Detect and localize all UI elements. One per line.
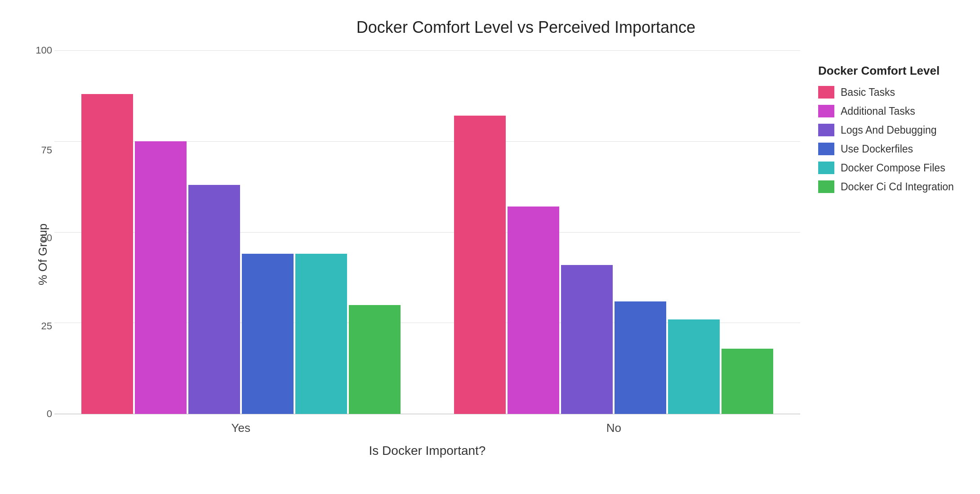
legend-label: Basic Tasks — [841, 86, 895, 99]
legend-swatch — [818, 143, 834, 155]
legend-swatch — [818, 180, 834, 193]
legend-swatch — [818, 105, 834, 117]
chart-title: Docker Comfort Level vs Perceived Import… — [356, 18, 695, 37]
legend-item: Additional Tasks — [818, 105, 958, 117]
legend-label: Logs And Debugging — [841, 124, 937, 136]
legend-swatch — [818, 86, 834, 99]
legend-item: Docker Compose Files — [818, 162, 958, 174]
y-tick: 75 — [30, 144, 52, 156]
legend-label: Docker Compose Files — [841, 162, 945, 174]
bar — [349, 305, 401, 414]
x-axis-group-label: No — [428, 419, 801, 437]
legend-item: Logs And Debugging — [818, 124, 958, 136]
chart-container: Docker Comfort Level vs Perceived Import… — [0, 0, 980, 494]
bar — [561, 265, 613, 414]
y-tick: 0 — [30, 408, 52, 420]
bar — [722, 349, 773, 414]
bar — [615, 301, 666, 414]
legend: Docker Comfort Level Basic TasksAddition… — [800, 50, 971, 458]
bar — [242, 254, 294, 414]
bar-group — [54, 50, 428, 414]
x-axis-group-label: Yes — [54, 419, 428, 437]
bar — [81, 94, 133, 414]
legend-label: Use Dockerfiles — [841, 143, 913, 155]
bar — [454, 116, 506, 414]
bar — [188, 185, 240, 414]
legend-swatch — [818, 124, 834, 136]
legend-item: Basic Tasks — [818, 86, 958, 99]
bar — [668, 319, 720, 414]
x-axis: YesNo — [54, 414, 800, 437]
legend-item: Docker Ci Cd Integration — [818, 180, 958, 193]
plot-and-xaxis: 1007550250 YesNo Is Docker Important? — [54, 50, 800, 458]
bar — [135, 141, 187, 414]
groups-wrapper — [54, 50, 800, 414]
y-tick: 25 — [30, 320, 52, 332]
legend-item: Use Dockerfiles — [818, 143, 958, 155]
chart-body: % Of Group 1007550250 YesNo Is Docker Im… — [36, 50, 971, 458]
y-ticks: 1007550250 — [30, 50, 52, 414]
legend-label: Docker Ci Cd Integration — [841, 181, 954, 193]
bar — [508, 207, 559, 414]
y-tick: 100 — [30, 45, 52, 56]
legend-label: Additional Tasks — [841, 105, 915, 117]
legend-swatch — [818, 162, 834, 174]
bar — [295, 254, 347, 414]
x-axis-title: Is Docker Important? — [54, 444, 800, 458]
bar-group — [428, 50, 801, 414]
y-tick: 50 — [30, 232, 52, 244]
plot: 1007550250 — [54, 50, 800, 414]
legend-title: Docker Comfort Level — [818, 64, 958, 78]
